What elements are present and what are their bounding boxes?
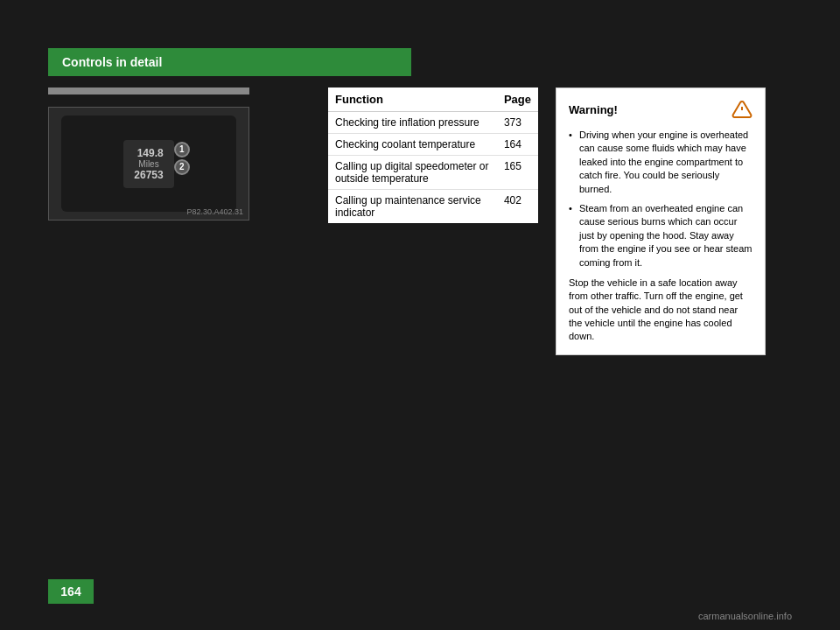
header-title: Controls in detail — [62, 55, 162, 69]
warning-box: Warning! Driving when your engine is ove… — [556, 88, 766, 355]
table-cell-page: 373 — [497, 112, 538, 134]
header-bar: Controls in detail — [48, 48, 411, 76]
watermark: carmanualsonline.info — [698, 611, 792, 621]
dashboard-inner: 149.8 Miles 26753 1 2 — [61, 116, 236, 212]
dashboard-image: 149.8 Miles 26753 1 2 P82.30.A402.31 — [48, 107, 249, 220]
table-row: Checking tire inflation pressure373 — [328, 112, 538, 134]
table-row: Calling up digital speedometer or outsid… — [328, 156, 538, 190]
table-header-row: Function Page — [328, 88, 538, 112]
left-column: 149.8 Miles 26753 1 2 P82.30.A402.31 — [48, 88, 311, 220]
image-caption: P82.30.A402.31 — [186, 207, 243, 216]
col-page-header: Page — [497, 88, 538, 112]
warning-title: Warning! — [569, 103, 618, 116]
table-cell-function: Checking coolant temperature — [328, 134, 497, 156]
miles-label: Miles — [134, 159, 163, 169]
page-number: 164 — [60, 584, 80, 598]
miles-value: 149.8 — [134, 147, 163, 159]
table-cell-function: Calling up digital speedometer or outsid… — [328, 156, 497, 190]
table-cell-page: 402 — [497, 190, 538, 224]
table-cell-page: 164 — [497, 134, 538, 156]
warning-bullets-list: Driving when your engine is overheated c… — [569, 129, 752, 270]
table-cell-function: Checking tire inflation pressure — [328, 112, 497, 134]
warning-footer-text: Stop the vehicle in a safe location away… — [569, 276, 752, 344]
table-cell-function: Calling up maintenance service indicator — [328, 190, 497, 224]
badge-2: 2 — [174, 159, 190, 175]
warning-bullet-item: Steam from an overheated engine can caus… — [569, 202, 752, 270]
warning-bullet-item: Driving when your engine is overheated c… — [569, 129, 752, 196]
warning-header: Warning! — [569, 99, 752, 120]
gray-bar-decoration — [48, 88, 249, 94]
table-row: Checking coolant temperature164 — [328, 134, 538, 156]
dash-display: 149.8 Miles 26753 1 2 — [123, 140, 173, 188]
trip-value: 26753 — [134, 169, 163, 181]
table-cell-page: 165 — [497, 156, 538, 190]
right-column: Warning! Driving when your engine is ove… — [556, 88, 792, 355]
page-badge: 164 — [48, 579, 94, 604]
function-table: Function Page Checking tire inflation pr… — [328, 88, 538, 223]
badge-1: 1 — [174, 142, 190, 158]
function-table-container: Function Page Checking tire inflation pr… — [328, 88, 538, 223]
content-area: 149.8 Miles 26753 1 2 P82.30.A402.31 Fun… — [48, 88, 792, 560]
warning-triangle-icon — [732, 99, 752, 120]
col-function-header: Function — [328, 88, 497, 112]
table-row: Calling up maintenance service indicator… — [328, 190, 538, 224]
